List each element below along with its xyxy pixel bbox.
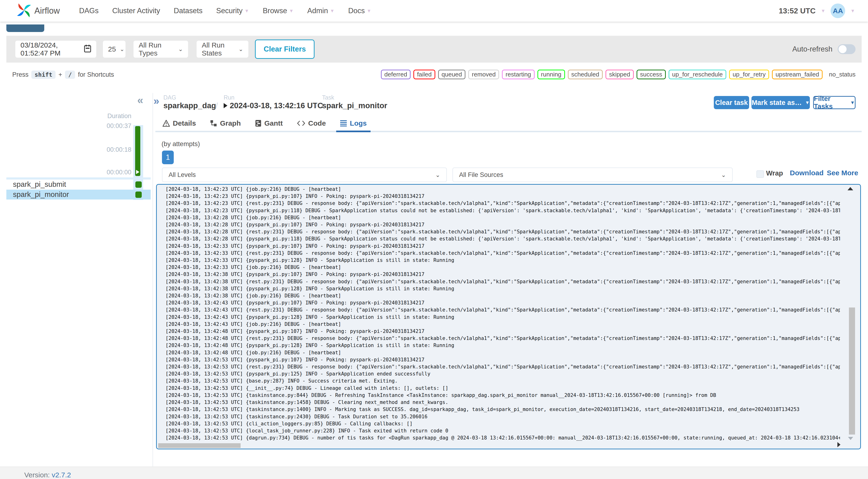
state-badge-scheduled: scheduled (568, 70, 603, 79)
wrap-checkbox[interactable] (756, 170, 764, 178)
filter-tasks-button[interactable]: Filter Tasks▼ (813, 96, 856, 109)
breadcrumb-dag[interactable]: sparkapp_dag (163, 101, 216, 110)
breadcrumb-task[interactable]: spark_pi_monitor (322, 101, 387, 110)
tab-graph[interactable]: Graph (210, 116, 241, 131)
nav-item-dags[interactable]: DAGs (79, 7, 99, 15)
page-size-value: 25 (108, 45, 116, 53)
run-play-icon (136, 170, 140, 174)
breadcrumb-run-text: 2024-03-18, 13:42:16 UTC (230, 101, 323, 110)
tab-details[interactable]: Details (162, 116, 196, 131)
nav-item-label: Datasets (174, 7, 203, 15)
chevron-down-icon: ⌄ (721, 171, 726, 178)
download-log-link[interactable]: Download (790, 169, 824, 177)
log-line: [2024-03-18, 13:42:48 UTC] {pyspark_pi.p… (165, 342, 840, 349)
expand-groups-icon[interactable]: » (154, 95, 159, 107)
nav-item-cluster-activity[interactable]: Cluster Activity (112, 7, 160, 15)
log-line: [2024-03-18, 13:42:28 UTC] {rest.py:231}… (165, 228, 840, 235)
log-line: [2024-03-18, 13:42:53 UTC] {__init__.py:… (165, 385, 840, 392)
duration-axis-tick: 00:00:18 (71, 146, 131, 153)
nav-item-browse[interactable]: Browse▼ (263, 7, 293, 15)
dag-label: DAG (163, 94, 176, 101)
nav-item-datasets[interactable]: Datasets (174, 7, 203, 15)
run-states-select[interactable]: All Run States⌄ (196, 41, 248, 58)
nav-item-label: Cluster Activity (112, 7, 160, 15)
nav-item-docs[interactable]: Docs▼ (348, 7, 371, 15)
run-label: Run (224, 94, 235, 101)
clock-chevron-down-icon: ▼ (821, 8, 826, 14)
log-line: [2024-03-18, 13:42:53 UTC] {rest.py:231}… (165, 363, 840, 370)
task-state-success-square (135, 192, 142, 198)
chevron-down-icon: ▼ (367, 8, 372, 14)
run-duration-bar[interactable] (135, 126, 140, 176)
airflow-brand[interactable]: Airflow (17, 3, 60, 19)
log-line: [2024-03-18, 13:42:43 UTC] {pyspark_pi.p… (165, 299, 840, 306)
utc-clock[interactable]: 13:52 UTC (779, 7, 816, 15)
shortcuts-hint: Press shift + / for Shortcuts (12, 71, 114, 79)
state-badge-skipped: skipped (606, 70, 634, 79)
log-level-value: All Levels (168, 171, 196, 179)
partial-hidden-button[interactable] (6, 25, 44, 32)
run-types-select[interactable]: All Run Types⌄ (133, 41, 188, 58)
state-badge-restarting: restarting (502, 70, 534, 79)
page-size-select[interactable]: 25⌄ (103, 41, 125, 58)
log-line: [2024-03-18, 13:42:48 UTC] {job.py:216} … (165, 349, 840, 356)
tab-logs[interactable]: Logs (340, 116, 367, 131)
log-line: [2024-03-18, 13:42:23 UTC] {rest.py:231}… (165, 200, 840, 207)
run-type-manual-icon (224, 103, 227, 108)
clear-task-label: Clear task (715, 99, 748, 106)
task-row-spark_pi_submit[interactable]: spark_pi_submit (6, 180, 151, 189)
base-date-input[interactable]: 03/18/2024, 01:52:47 PM (15, 41, 96, 58)
breadcrumb-run[interactable]: 2024-03-18, 13:42:16 UTC (224, 101, 323, 110)
log-line: [2024-03-18, 13:42:53 UTC] {taskinstance… (165, 413, 840, 420)
nav-item-label: DAGs (79, 7, 99, 15)
scroll-up-icon[interactable] (847, 187, 853, 190)
nav-item-label: Browse (263, 7, 287, 15)
collapse-sidebar-icon[interactable]: « (137, 94, 143, 106)
scroll-right-icon[interactable] (837, 442, 840, 447)
log-line: [2024-03-18, 13:42:48 UTC] {rest.py:231}… (165, 335, 840, 342)
file-source-select[interactable]: All File Sources⌄ (453, 167, 733, 182)
filter-tasks-label: Filter Tasks (814, 95, 847, 110)
mark-state-as-button[interactable]: Mark state as…▼ (751, 96, 810, 109)
version-link[interactable]: v2.7.2 (52, 471, 71, 479)
detail-tabs: DetailsGraphGanttCodeLogs (155, 116, 862, 132)
clear-task-button[interactable]: Clear task (714, 96, 749, 109)
log-line: [2024-03-18, 13:42:28 UTC] {job.py:216} … (165, 214, 840, 221)
nav-item-label: Security (216, 7, 243, 15)
version-text: Version: v2.7.2 (24, 471, 71, 479)
nav-item-admin[interactable]: Admin▼ (307, 7, 335, 15)
tab-gantt[interactable]: Gantt (255, 116, 283, 131)
auto-refresh-toggle[interactable] (838, 44, 856, 54)
by-attempts-label: (by attempts) (161, 140, 200, 148)
tab-label: Graph (220, 119, 241, 127)
duration-axis-tick: 00:00:37 (71, 122, 131, 130)
see-more-link[interactable]: See More (827, 169, 858, 177)
log-line: [2024-03-18, 13:42:53 UTC] {local_task_j… (165, 427, 840, 434)
attempt-1-button[interactable]: 1 (162, 151, 174, 164)
scroll-down-icon[interactable] (848, 437, 853, 440)
clear-filters-button[interactable]: Clear Filters (255, 39, 314, 59)
chevron-down-icon: ▼ (330, 8, 335, 14)
log-line: [2024-03-18, 13:42:38 UTC] {job.py:216} … (165, 292, 840, 299)
task-state-success-square (135, 181, 142, 188)
nav-item-security[interactable]: Security▼ (216, 7, 249, 15)
calendar-icon[interactable] (84, 44, 91, 54)
code-icon (297, 120, 305, 127)
chevron-down-icon: ▼ (850, 100, 855, 105)
log-line: [2024-03-18, 13:42:48 UTC] {pyspark_pi.p… (165, 328, 840, 335)
log-line: [2024-03-18, 13:42:43 UTC] {pyspark_pi.p… (165, 314, 840, 321)
log-level-select[interactable]: All Levels⌄ (162, 167, 447, 182)
shortcuts-press: Press (12, 71, 29, 78)
tab-code[interactable]: Code (297, 116, 326, 131)
logs-icon (340, 120, 347, 127)
vertical-scrollbar[interactable] (849, 308, 855, 435)
task-row-spark_pi_monitor[interactable]: spark_pi_monitor (6, 190, 151, 199)
horizontal-scrollbar[interactable] (158, 443, 241, 448)
chevron-down-icon: ▼ (289, 8, 294, 14)
nav-menu: DAGsCluster ActivityDatasetsSecurity▼Bro… (79, 7, 371, 15)
avatar[interactable]: AA (831, 3, 845, 18)
state-badge-queued: queued (438, 70, 466, 79)
tab-label: Details (173, 119, 196, 127)
footer (0, 467, 868, 479)
chevron-down-icon: ⌄ (239, 46, 243, 53)
